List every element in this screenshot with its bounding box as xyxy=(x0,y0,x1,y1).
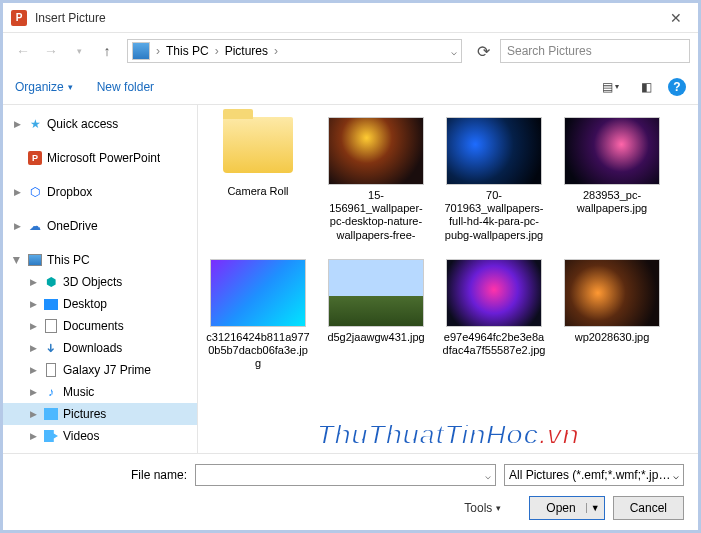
expand-icon[interactable]: ▶ xyxy=(27,299,39,309)
chevron-down-icon: ⌵ xyxy=(673,470,679,481)
file-item[interactable]: 15-156961_wallpaper-pc-desktop-nature-wa… xyxy=(324,117,428,241)
chevron-right-icon: › xyxy=(152,44,164,58)
chevron-right-icon: › xyxy=(270,44,282,58)
expand-icon[interactable]: ▶ xyxy=(27,387,39,397)
expand-icon[interactable]: ▶ xyxy=(27,409,39,419)
close-button[interactable]: ✕ xyxy=(653,3,698,33)
address-bar[interactable]: › This PC › Pictures › ⌵ xyxy=(127,39,462,63)
videos-icon xyxy=(43,428,59,444)
dialog-title: Insert Picture xyxy=(35,11,106,25)
folder-icon xyxy=(223,117,293,173)
image-thumbnail xyxy=(446,259,542,327)
file-item[interactable]: d5g2jaawgw431.jpg xyxy=(324,259,428,371)
nav-row: ← → ▾ ↑ › This PC › Pictures › ⌵ ⟳ Searc… xyxy=(3,33,698,69)
expand-icon[interactable]: ▶ xyxy=(11,187,23,197)
watermark: ThuThuatTinHoc.vn xyxy=(317,419,579,451)
file-name-label: File name: xyxy=(17,468,187,482)
tree-documents[interactable]: ▶ Documents xyxy=(3,315,197,337)
new-folder-button[interactable]: New folder xyxy=(97,80,154,94)
tree-pictures[interactable]: ▶ Pictures xyxy=(3,403,197,425)
powerpoint-icon: P xyxy=(27,150,43,166)
insert-picture-dialog: P Insert Picture ✕ ← → ▾ ↑ › This PC › P… xyxy=(0,0,701,533)
chevron-down-icon: ▾ xyxy=(496,503,501,513)
organize-menu[interactable]: Organize ▾ xyxy=(15,80,73,94)
tree-this-pc[interactable]: ▶ This PC xyxy=(3,249,197,271)
tree-downloads[interactable]: ▶ ➜ Downloads xyxy=(3,337,197,359)
file-item[interactable]: 70-701963_wallpapers-full-hd-4k-para-pc-… xyxy=(442,117,546,241)
expand-icon[interactable]: ▶ xyxy=(27,431,39,441)
expand-icon[interactable]: ▶ xyxy=(27,321,39,331)
chevron-down-icon: ▾ xyxy=(68,82,73,92)
file-item[interactable]: e97e4964fc2be3e8adfac4a7f55587e2.jpg xyxy=(442,259,546,371)
up-button[interactable]: ↑ xyxy=(95,39,119,63)
cancel-button[interactable]: Cancel xyxy=(613,496,684,520)
cube-icon: ⬢ xyxy=(43,274,59,290)
downloads-icon: ➜ xyxy=(43,340,59,356)
image-thumbnail xyxy=(210,259,306,327)
address-dropdown[interactable]: ⌵ xyxy=(451,46,457,57)
image-thumbnail xyxy=(446,117,542,185)
expand-icon[interactable]: ▶ xyxy=(27,343,39,353)
pictures-icon xyxy=(43,406,59,422)
recent-dropdown[interactable]: ▾ xyxy=(67,39,91,63)
file-name-input[interactable]: ⌵ xyxy=(195,464,496,486)
chevron-right-icon: › xyxy=(211,44,223,58)
file-type-select[interactable]: All Pictures (*.emf;*.wmf;*.jpg;* ⌵ xyxy=(504,464,684,486)
refresh-button[interactable]: ⟳ xyxy=(470,39,496,63)
music-icon: ♪ xyxy=(43,384,59,400)
image-thumbnail xyxy=(564,117,660,185)
tree-desktop[interactable]: ▶ Desktop xyxy=(3,293,197,315)
phone-icon xyxy=(43,362,59,378)
open-button[interactable]: Open ▼ xyxy=(529,496,604,520)
expand-icon[interactable]: ▶ xyxy=(11,221,23,231)
back-button[interactable]: ← xyxy=(11,39,35,63)
tree-onedrive[interactable]: ▶ ☁ OneDrive xyxy=(3,215,197,237)
open-dropdown[interactable]: ▼ xyxy=(586,503,600,513)
pc-icon xyxy=(132,42,150,60)
help-button[interactable]: ? xyxy=(668,78,686,96)
expand-icon[interactable]: ▶ xyxy=(27,365,39,375)
cloud-icon: ☁ xyxy=(27,218,43,234)
tree-quick-access[interactable]: ▶ ★ Quick access xyxy=(3,113,197,135)
file-list: Camera Roll 15-156961_wallpaper-pc-deskt… xyxy=(198,105,698,453)
tree-3d-objects[interactable]: ▶ ⬢ 3D Objects xyxy=(3,271,197,293)
forward-button[interactable]: → xyxy=(39,39,63,63)
view-options-button[interactable]: ▤▾ xyxy=(596,76,624,98)
star-icon: ★ xyxy=(27,116,43,132)
powerpoint-icon: P xyxy=(11,10,27,26)
nav-tree: ▶ ★ Quick access P Microsoft PowerPoint … xyxy=(3,105,198,453)
expand-icon[interactable]: ▶ xyxy=(27,277,39,287)
tree-dropbox[interactable]: ▶ ⬡ Dropbox xyxy=(3,181,197,203)
search-input[interactable]: Search Pictures xyxy=(500,39,690,63)
breadcrumb-root[interactable]: This PC xyxy=(166,44,209,58)
titlebar: P Insert Picture ✕ xyxy=(3,3,698,33)
tree-music[interactable]: ▶ ♪ Music xyxy=(3,381,197,403)
collapse-icon[interactable]: ▶ xyxy=(12,254,22,266)
footer: File name: ⌵ All Pictures (*.emf;*.wmf;*… xyxy=(3,453,698,530)
preview-pane-button[interactable]: ◧ xyxy=(632,76,660,98)
image-thumbnail xyxy=(328,259,424,327)
desktop-icon xyxy=(43,296,59,312)
file-item[interactable]: wp2028630.jpg xyxy=(560,259,664,371)
tree-videos[interactable]: ▶ Videos xyxy=(3,425,197,447)
documents-icon xyxy=(43,318,59,334)
image-thumbnail xyxy=(564,259,660,327)
tools-menu[interactable]: Tools ▾ xyxy=(464,501,501,515)
folder-item[interactable]: Camera Roll xyxy=(206,117,310,241)
dropbox-icon: ⬡ xyxy=(27,184,43,200)
file-item[interactable]: 283953_pc-wallpapers.jpg xyxy=(560,117,664,241)
breadcrumb-current[interactable]: Pictures xyxy=(225,44,268,58)
tree-galaxy[interactable]: ▶ Galaxy J7 Prime xyxy=(3,359,197,381)
pc-icon xyxy=(27,252,43,268)
image-thumbnail xyxy=(328,117,424,185)
expand-icon[interactable]: ▶ xyxy=(11,119,23,129)
toolbar: Organize ▾ New folder ▤▾ ◧ ? xyxy=(3,69,698,105)
search-placeholder: Search Pictures xyxy=(507,44,592,58)
tree-powerpoint[interactable]: P Microsoft PowerPoint xyxy=(3,147,197,169)
file-item[interactable]: c31216424b811a9770b5b7dacb06fa3e.jpg xyxy=(206,259,310,371)
body: ▶ ★ Quick access P Microsoft PowerPoint … xyxy=(3,105,698,453)
